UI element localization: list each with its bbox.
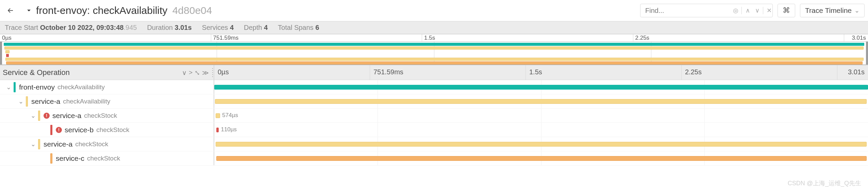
command-icon: ⌘ (783, 6, 790, 15)
span-duration-label: 110µs (221, 126, 237, 133)
expand-deep-icon[interactable]: ≫ (202, 69, 209, 76)
span-bar[interactable] (216, 142, 867, 147)
find-next-icon[interactable]: ∨ (753, 6, 762, 15)
span-row[interactable]: service-ccheckStock (0, 151, 868, 166)
span-row[interactable]: ⌄front-envoycheckAvailability (0, 80, 868, 94)
span-tree-cell: ⌄!service-acheckStock (0, 109, 214, 122)
span-operation: checkStock (87, 155, 120, 162)
top-header: front-envoy: checkAvailability 4d80e04 ◎… (0, 0, 868, 21)
ruler-tick: 3.01s (844, 34, 868, 41)
expand-one-icon[interactable]: > (189, 69, 193, 76)
span-service: service-b (65, 126, 94, 134)
error-icon: ! (56, 127, 62, 133)
meta-bar: Trace Start October 10 2022, 09:03:48.94… (0, 21, 868, 34)
watermark: CSDN @上海_运维_Q先生 (788, 179, 861, 187)
span-bar-area (214, 151, 868, 165)
chevron-down-icon[interactable]: ⌄ (5, 83, 12, 91)
span-service: service-c (56, 154, 84, 163)
service-color-stripe (38, 139, 40, 149)
shortcuts-button[interactable]: ⌘ (778, 4, 795, 17)
column-resize-handle[interactable] (211, 68, 214, 78)
span-tree-cell: ⌄service-acheckAvailability (0, 94, 214, 108)
service-color-stripe (50, 125, 52, 135)
ruler-tick: 3.01s (837, 65, 868, 80)
waterfall-ruler: 0µs 751.59ms 1.5s 2.25s 3.01s (214, 65, 868, 80)
span-bar[interactable] (215, 99, 867, 104)
meta-trace-start: Trace Start October 10 2022, 09:03:48.94… (5, 24, 137, 32)
span-tree-cell: ⌄service-acheckStock (0, 137, 214, 151)
collapse-deep-icon[interactable]: ⤡ (195, 69, 200, 76)
service-color-stripe (50, 153, 52, 164)
span-tree-cell: service-ccheckStock (0, 151, 214, 165)
meta-services: Services 4 (202, 24, 234, 32)
span-tree-cell: !service-bcheckStock (0, 123, 214, 137)
span-operation: checkAvailability (57, 83, 105, 91)
ruler-tick: 1.5s (422, 34, 633, 41)
span-service: service-a (44, 140, 72, 148)
span-bar[interactable] (216, 113, 220, 118)
waterfall-body: ⌄front-envoycheckAvailability⌄service-ac… (0, 80, 868, 166)
ruler-tick: 2.25s (682, 65, 837, 80)
chevron-down-icon[interactable]: ⌄ (29, 140, 37, 148)
view-selector[interactable]: Trace Timeline ⌄ (800, 4, 865, 17)
chevron-down-icon[interactable]: ⌄ (17, 98, 24, 105)
span-row[interactable]: ⌄service-acheckStock (0, 137, 868, 151)
trace-title: front-envoy: checkAvailability 4d80e04 (36, 5, 212, 16)
span-row[interactable]: ⌄service-acheckAvailability (0, 94, 868, 109)
span-row[interactable]: ⌄!service-acheckStock574µs (0, 109, 868, 123)
trace-id: 4d80e04 (172, 5, 212, 16)
find-box[interactable]: ◎ ∧ ∨ ✕ (640, 4, 773, 17)
find-controls: ◎ ∧ ∨ ✕ (731, 6, 773, 15)
span-tree-cell: ⌄front-envoycheckAvailability (0, 80, 214, 94)
span-bar-area (214, 137, 868, 151)
ruler-tick: 0µs (0, 34, 211, 41)
span-operation: checkAvailability (63, 98, 110, 105)
span-bar[interactable] (214, 85, 868, 90)
view-label: Trace Timeline (805, 6, 852, 15)
collapse-all-icon[interactable]: ∨ (182, 69, 187, 76)
locate-icon[interactable]: ◎ (731, 6, 740, 15)
span-service: service-a (31, 97, 60, 106)
service-color-stripe (26, 96, 28, 107)
ruler-tick: 0µs (214, 65, 370, 80)
collapse-trace-icon[interactable] (24, 5, 34, 16)
span-bar[interactable] (216, 156, 867, 161)
span-duration-label: 574µs (222, 112, 238, 119)
span-service: service-a (52, 112, 81, 120)
waterfall-header: Service & Operation ∨ > ⤡ ≫ 0µs 751.59ms… (0, 65, 868, 80)
ruler-tick: 1.5s (526, 65, 682, 80)
span-row[interactable]: !service-bcheckStock110µs (0, 123, 868, 137)
span-operation: checkStock (84, 112, 117, 119)
trace-service: front-envoy (36, 5, 87, 16)
find-input[interactable] (645, 7, 731, 15)
minimap[interactable] (0, 41, 868, 65)
meta-depth: Depth 4 (244, 24, 268, 32)
ruler-tick: 751.59ms (370, 65, 526, 80)
ruler-tick: 2.25s (633, 34, 845, 41)
minimap-ruler: 0µs 751.59ms 1.5s 2.25s 3.01s (0, 34, 868, 41)
chevron-down-icon[interactable]: ⌄ (29, 112, 37, 119)
span-bar[interactable] (216, 128, 219, 132)
tree-controls: ∨ > ⤡ ≫ (182, 69, 209, 76)
span-operation: checkStock (75, 140, 108, 148)
span-bar-area: 574µs (214, 109, 868, 122)
span-bar-area (214, 80, 868, 94)
error-icon: ! (44, 113, 50, 119)
meta-spans: Total Spans 6 (278, 24, 319, 32)
trace-operation: checkAvailability (93, 5, 168, 16)
tree-header: Service & Operation ∨ > ⤡ ≫ (0, 65, 214, 80)
service-color-stripe (14, 82, 16, 92)
find-prev-icon[interactable]: ∧ (743, 6, 752, 15)
span-service: front-envoy (19, 83, 55, 91)
span-operation: checkStock (96, 126, 129, 134)
chevron-down-icon: ⌄ (854, 7, 859, 14)
tree-header-label: Service & Operation (3, 68, 70, 77)
find-clear-icon[interactable]: ✕ (765, 6, 773, 15)
span-bar-area (214, 94, 868, 108)
service-color-stripe (38, 111, 40, 121)
back-button[interactable] (5, 5, 16, 16)
span-bar-area: 110µs (214, 123, 868, 137)
ruler-tick: 751.59ms (211, 34, 422, 41)
meta-duration: Duration 3.01s (147, 24, 191, 32)
